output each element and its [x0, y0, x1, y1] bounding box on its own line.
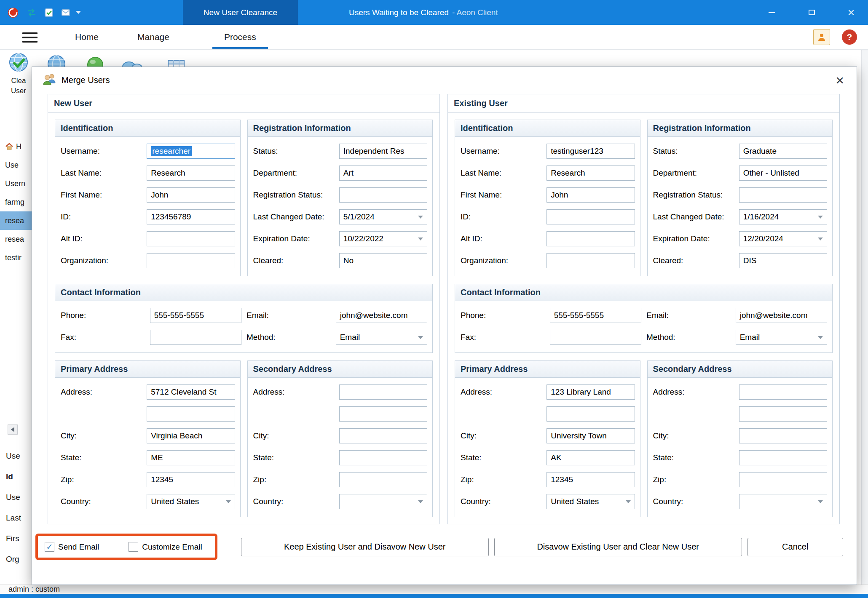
vertical-scrollbar[interactable]: [861, 50, 868, 585]
field-input[interactable]: [739, 406, 827, 422]
field-input[interactable]: United States: [147, 494, 235, 509]
customize-email-checkbox-box[interactable]: [129, 542, 138, 552]
field-input[interactable]: Research: [147, 166, 235, 181]
field-input[interactable]: John: [547, 187, 635, 203]
disavow-existing-user-button[interactable]: Disavow Existing User and Clear New User: [494, 538, 742, 556]
field-input[interactable]: Other - Unlisted: [739, 166, 827, 181]
field-input[interactable]: 1/16/2024: [739, 209, 827, 224]
send-email-checkbox[interactable]: ✓ Send Email: [45, 542, 99, 552]
field-input[interactable]: AK: [547, 450, 635, 465]
clear-check-icon[interactable]: [44, 8, 54, 18]
close-button[interactable]: ×: [847, 6, 855, 19]
field-input[interactable]: [739, 450, 827, 465]
field-input[interactable]: 12345: [547, 472, 635, 487]
field-input[interactable]: [547, 406, 635, 422]
field-input[interactable]: john@website.com: [336, 308, 427, 323]
field-input[interactable]: [339, 428, 427, 443]
maximize-button[interactable]: [807, 6, 816, 19]
field-input[interactable]: 123456789: [147, 209, 235, 224]
field-input[interactable]: [550, 330, 641, 345]
field-input[interactable]: 123 Library Land: [547, 384, 635, 400]
field-input[interactable]: Research: [547, 166, 635, 181]
field-input[interactable]: [739, 384, 827, 400]
field-input[interactable]: 12/20/2024: [739, 231, 827, 246]
quick-access-toolbar: [7, 0, 81, 25]
field-input[interactable]: [739, 472, 827, 487]
field-input[interactable]: No: [339, 253, 427, 268]
field-input[interactable]: 10/22/2022: [339, 231, 427, 246]
keep-existing-user-button[interactable]: Keep Existing User and Disavow New User: [241, 538, 489, 556]
field-input[interactable]: University Town: [547, 428, 635, 443]
sidebar-list-item[interactable]: Use: [0, 156, 32, 174]
field-input[interactable]: [339, 187, 427, 203]
tab-manage[interactable]: Manage: [126, 25, 181, 49]
sidebar-list-item[interactable]: Usern: [0, 174, 32, 193]
field-input[interactable]: 555-555-5555: [550, 308, 641, 323]
email-edit-icon[interactable]: [61, 8, 71, 18]
field-input[interactable]: Virginia Beach: [147, 428, 235, 443]
field-input[interactable]: [547, 253, 635, 268]
field-input[interactable]: DIS: [739, 253, 827, 268]
tab-home[interactable]: Home: [63, 25, 110, 49]
field-input[interactable]: [339, 406, 427, 422]
form-field: ID:: [461, 209, 640, 224]
field-input[interactable]: [150, 330, 241, 345]
field-input[interactable]: 555-555-5555: [150, 308, 241, 323]
field-input[interactable]: [339, 472, 427, 487]
field-input[interactable]: Art: [339, 166, 427, 181]
field-input[interactable]: testinguser123: [547, 144, 635, 159]
field-input[interactable]: [339, 494, 427, 509]
field-input[interactable]: [147, 253, 235, 268]
field-input[interactable]: [147, 231, 235, 246]
field-label: Country:: [653, 497, 739, 506]
sidebar-list-item[interactable]: resea: [0, 230, 32, 248]
field-input[interactable]: [739, 428, 827, 443]
field-input[interactable]: Graduate: [739, 144, 827, 159]
menu-icon[interactable]: [22, 32, 38, 43]
field-label: State:: [61, 453, 147, 462]
clear-user-ribbon-button[interactable]: Clea User: [5, 52, 32, 96]
send-email-checkbox-box[interactable]: ✓: [45, 542, 54, 552]
sidebar-list-item[interactable]: H: [0, 137, 32, 156]
titlebar-tab-new-user-clearance[interactable]: New User Clearance: [183, 0, 298, 25]
cancel-button[interactable]: Cancel: [747, 538, 843, 556]
sidebar-list-item[interactable]: testir: [0, 248, 32, 267]
field-input[interactable]: ME: [147, 450, 235, 465]
field-input[interactable]: [547, 231, 635, 246]
tab-process[interactable]: Process: [212, 25, 268, 49]
merge-users-dialog: Merge Users × New User Identification Us…: [32, 67, 857, 585]
sync-arrows-icon[interactable]: [26, 7, 37, 18]
field-input[interactable]: 12345: [147, 472, 235, 487]
dialog-close-icon[interactable]: ×: [834, 73, 846, 87]
field-input[interactable]: John: [147, 187, 235, 203]
sidebar-list-item[interactable]: resea: [0, 211, 32, 230]
field-input[interactable]: [339, 450, 427, 465]
form-field: Email: john@website.com: [246, 308, 432, 323]
field-input[interactable]: [739, 187, 827, 203]
customize-email-checkbox[interactable]: Customize Email: [129, 542, 202, 552]
field-input[interactable]: 5712 Cleveland St: [147, 384, 235, 400]
form-field: Email: john@website.com: [646, 308, 832, 323]
user-account-icon[interactable]: [813, 29, 830, 45]
field-input[interactable]: [147, 406, 235, 422]
app-logo-icon[interactable]: [7, 6, 19, 19]
scroll-left-button[interactable]: [8, 424, 18, 435]
field-input[interactable]: United States: [547, 494, 635, 509]
field-input[interactable]: Email: [336, 330, 427, 345]
minimize-button[interactable]: [768, 6, 776, 19]
new-user-group: New User Identification Username: resear…: [48, 94, 440, 524]
help-icon[interactable]: ?: [842, 29, 857, 45]
field-label: Country:: [461, 497, 547, 506]
field-input[interactable]: researcher: [147, 144, 235, 159]
form-field: Registration Status:: [253, 187, 433, 203]
field-input[interactable]: Independent Res: [339, 144, 427, 159]
field-input[interactable]: [339, 384, 427, 400]
sidebar-list-item[interactable]: farmg: [0, 193, 32, 211]
chevron-down-icon[interactable]: [76, 11, 81, 14]
field-input[interactable]: [547, 209, 635, 224]
field-input[interactable]: Email: [736, 330, 827, 345]
field-input[interactable]: 5/1/2024: [339, 209, 427, 224]
field-input[interactable]: john@website.com: [736, 308, 827, 323]
field-label: Registration Status:: [253, 190, 339, 200]
field-input[interactable]: [739, 494, 827, 509]
